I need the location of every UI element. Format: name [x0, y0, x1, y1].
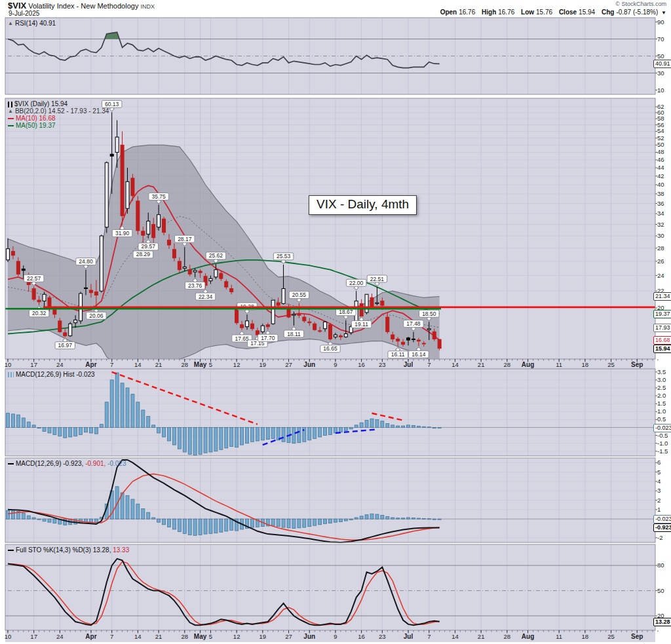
macd-panel-hist-bar: [6, 510, 9, 519]
macd-panel-hist-bar: [432, 519, 436, 520]
x-axis-label: 21: [478, 633, 485, 640]
rsi-legend: ▲RSI(14) 40.91: [8, 20, 56, 27]
x-axis-label: 21: [155, 633, 163, 640]
macd-hist-bar: [324, 427, 327, 435]
macd-hist-bar: [16, 415, 20, 427]
x-axis-label: 28: [182, 633, 189, 640]
candle-body: [240, 325, 244, 328]
macd-panel-hist-bar: [287, 519, 290, 528]
x-axis-label: May: [194, 361, 207, 368]
macd-panel-hist-bar: [324, 519, 327, 523]
macd-hist-bar: [209, 427, 212, 451]
macdh-axis-tick: 0.5: [657, 415, 666, 423]
macd-hist-bar: [64, 427, 67, 438]
macd-hist-bar: [53, 427, 56, 434]
macd-panel-hist-bar: [339, 519, 342, 521]
candle-body: [334, 335, 337, 337]
macd-panel-hist-bar: [142, 508, 145, 519]
macd-axis-tick: 1: [657, 506, 661, 513]
macd-panel-hist-bar: [303, 519, 306, 527]
candle-body: [417, 340, 420, 341]
macd-hist-legend: MACD(12,26,9) Hist -0.023: [8, 371, 95, 378]
macd-hist-bar: [349, 427, 353, 428]
macd-hist-bar: [308, 427, 311, 440]
macd-hist-bar: [48, 427, 51, 432]
x-axis-label: 21: [155, 361, 163, 368]
macd-hist-bar: [230, 427, 233, 446]
macd-panel-hist-bar: [391, 518, 394, 519]
candle-body: [297, 314, 301, 315]
macd-hist-bar: [126, 388, 129, 427]
candle-body: [407, 338, 410, 340]
candle-body: [313, 324, 316, 330]
close-label: Close: [559, 9, 577, 16]
macd-panel-hist-bar: [407, 518, 410, 519]
panel-bg: [5, 369, 655, 456]
macd-hist-bar: [271, 427, 275, 438]
x-axis-label: 27: [285, 361, 292, 368]
low-value: 15.76: [536, 9, 552, 16]
macd-hist-bar: [188, 427, 191, 454]
swing-label-text: 18.67: [339, 309, 353, 315]
macd-panel-hist-bar: [386, 517, 389, 520]
price-axis-tick: 28: [657, 244, 664, 252]
x-axis-label: Jun: [303, 361, 315, 368]
main-legend-ma50: MA(50) 19.37: [16, 122, 56, 129]
macd-hist-bar: [69, 427, 72, 437]
macd-hist-bar: [178, 427, 181, 449]
sto-d-value: 13.33: [113, 546, 129, 554]
swing-label-text: 16.11: [391, 351, 405, 358]
x-axis-label: 7: [110, 361, 113, 368]
price-axis-tick: 50: [657, 141, 664, 148]
candle-body: [22, 269, 25, 271]
x-axis-label: 12: [233, 361, 240, 368]
x-axis-label: Jul: [404, 633, 413, 640]
swing-label-text: 16.65: [323, 345, 337, 352]
macd-panel-hist-bar: [349, 519, 353, 520]
chg-dropdown-arrow[interactable]: ▼: [661, 10, 666, 16]
price-axis-tick: 48: [657, 148, 664, 155]
candle-body: [178, 261, 181, 270]
chg-value: -0.87 (-5.18%): [616, 9, 658, 16]
axis-value-box: 40.91: [653, 60, 671, 68]
candle-body: [235, 308, 239, 323]
axis-value-box: -0.923: [653, 523, 671, 532]
macd-hist-bar: [282, 427, 285, 442]
macd-panel-hist-bar: [329, 519, 332, 523]
macd-panel-hist-bar: [22, 514, 25, 520]
axis-value-box: 21.34: [653, 292, 671, 301]
macd-hist-bar: [94, 427, 98, 434]
macd-panel-hist-bar: [292, 519, 296, 528]
macd-panel-hist-bar: [318, 519, 322, 525]
candle-body: [115, 137, 119, 152]
macd-panel-hist-bar: [147, 512, 150, 519]
macd-panel-hist-bar: [89, 519, 92, 522]
x-axis-label: 10: [5, 361, 12, 368]
swing-label-text: 20.55: [292, 292, 307, 298]
macd-hist-bar: [246, 427, 249, 443]
macd-hist-bar: [27, 422, 30, 427]
macdh-axis-tick: 3.5: [657, 368, 666, 375]
swing-label-text: 18.11: [287, 331, 301, 337]
swing-label-text: 16.97: [58, 342, 73, 349]
macd-hist-bar: [136, 402, 140, 428]
bollinger-icon: ▲: [8, 109, 13, 114]
candle-body: [277, 303, 280, 305]
low-label: Low: [521, 9, 534, 16]
macd-panel-hist-bar: [412, 518, 415, 519]
macd-hist-bar: [402, 426, 405, 427]
macd-panel-hist-bar: [313, 519, 316, 525]
x-axis-label: 16: [358, 361, 365, 368]
macd-hist-bar: [375, 419, 379, 427]
macd-panel-hist-bar: [27, 516, 30, 519]
candle-body: [37, 300, 41, 302]
macd-hist-bar: [199, 427, 202, 454]
candle-body: [136, 201, 140, 231]
rsi-legend-text: RSI(14) 40.91: [15, 20, 56, 27]
axis-value-box: 19.37: [653, 310, 671, 318]
candle-body: [11, 252, 14, 256]
macd-hist-bar: [32, 425, 35, 428]
exchange-label: INDX: [140, 3, 155, 10]
macd-panel-hist-bar: [438, 519, 441, 520]
swing-label-text: 19.11: [355, 321, 368, 328]
